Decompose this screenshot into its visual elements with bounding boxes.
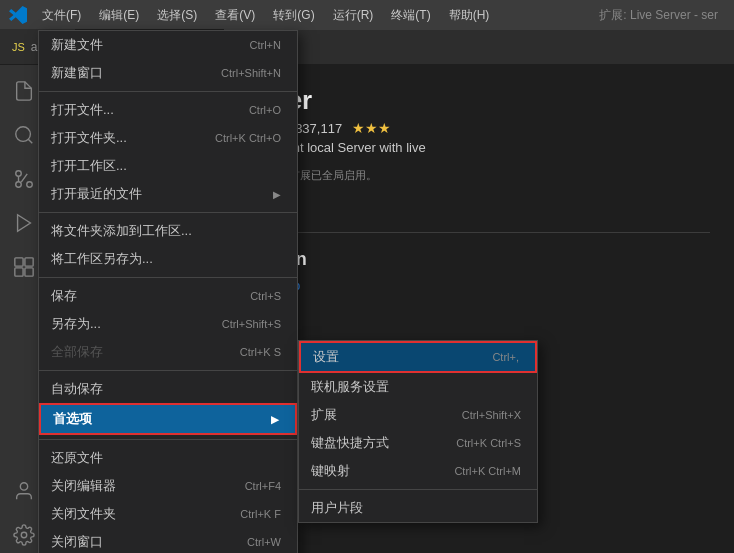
svg-point-4 — [16, 182, 22, 188]
menu-close-window[interactable]: 关闭窗口 Ctrl+W — [39, 528, 297, 553]
menubar: 文件(F) 编辑(E) 选择(S) 查看(V) 转到(G) 运行(R) 终端(T… — [0, 0, 734, 30]
menu-view[interactable]: 查看(V) — [207, 5, 263, 26]
svg-point-11 — [21, 532, 27, 538]
submenu-keyboard-shortcuts[interactable]: 键盘快捷方式 Ctrl+K Ctrl+S — [299, 429, 537, 457]
menu-select[interactable]: 选择(S) — [149, 5, 205, 26]
menu-open-workspace[interactable]: 打开工作区... — [39, 152, 297, 180]
menu-open-file[interactable]: 打开文件... Ctrl+O — [39, 96, 297, 124]
sub-sep-1 — [299, 489, 537, 490]
menu-save-workspace[interactable]: 将工作区另存为... — [39, 245, 297, 273]
search-icon[interactable] — [6, 117, 42, 153]
svg-rect-9 — [25, 268, 33, 276]
menu-save-all[interactable]: 全部保存 Ctrl+K S — [39, 338, 297, 366]
menu-open-folder[interactable]: 打开文件夹... Ctrl+K Ctrl+O — [39, 124, 297, 152]
settings-submenu: 设置 Ctrl+, 联机服务设置 扩展 Ctrl+Shift+X 键盘快捷方式 … — [298, 340, 538, 523]
menu-sep-4 — [39, 370, 297, 371]
submenu-online-services[interactable]: 联机服务设置 — [299, 373, 537, 401]
svg-point-10 — [20, 483, 27, 490]
vscode-logo — [8, 5, 28, 25]
window-title: 扩展: Live Server - ser — [499, 7, 726, 24]
svg-rect-7 — [25, 258, 33, 266]
svg-rect-8 — [15, 268, 23, 276]
menu-sep-2 — [39, 212, 297, 213]
menu-file[interactable]: 文件(F) — [34, 5, 89, 26]
account-icon[interactable] — [6, 473, 42, 509]
menu-terminal[interactable]: 终端(T) — [383, 5, 438, 26]
menu-close-editor[interactable]: 关闭编辑器 Ctrl+F4 — [39, 472, 297, 500]
file-menu-dropdown: 新建文件 Ctrl+N 新建窗口 Ctrl+Shift+N 打开文件... Ct… — [38, 30, 298, 553]
submenu-keymaps[interactable]: 键映射 Ctrl+K Ctrl+M — [299, 457, 537, 485]
svg-point-2 — [27, 182, 33, 188]
settings-icon[interactable] — [6, 517, 42, 553]
menu-sep-5 — [39, 439, 297, 440]
menu-help[interactable]: 帮助(H) — [441, 5, 498, 26]
menu-run[interactable]: 运行(R) — [325, 5, 382, 26]
menu-new-file[interactable]: 新建文件 Ctrl+N — [39, 31, 297, 59]
menu-new-window[interactable]: 新建窗口 Ctrl+Shift+N — [39, 59, 297, 87]
submenu-extensions[interactable]: 扩展 Ctrl+Shift+X — [299, 401, 537, 429]
menu-sep-1 — [39, 91, 297, 92]
menu-revert-file[interactable]: 还原文件 — [39, 444, 297, 472]
extensions-icon[interactable] — [6, 249, 42, 285]
svg-point-0 — [16, 127, 31, 142]
debug-icon[interactable] — [6, 205, 42, 241]
extension-stars: ★★★ — [352, 120, 391, 136]
menu-add-folder[interactable]: 将文件夹添加到工作区... — [39, 217, 297, 245]
js-file-icon: JS — [12, 41, 25, 53]
svg-point-3 — [16, 171, 22, 177]
menu-save[interactable]: 保存 Ctrl+S — [39, 282, 297, 310]
files-icon[interactable] — [6, 73, 42, 109]
menu-goto[interactable]: 转到(G) — [265, 5, 322, 26]
menu-close-folder[interactable]: 关闭文件夹 Ctrl+K F — [39, 500, 297, 528]
submenu-settings[interactable]: 设置 Ctrl+, — [299, 341, 537, 373]
menu-recent[interactable]: 打开最近的文件 ▶ — [39, 180, 297, 208]
menu-autosave[interactable]: 自动保存 — [39, 375, 297, 403]
svg-marker-5 — [18, 215, 31, 232]
menu-preferences[interactable]: 首选项 ▶ — [39, 403, 297, 435]
svg-line-1 — [28, 139, 32, 143]
menu-sep-3 — [39, 277, 297, 278]
svg-rect-6 — [15, 258, 23, 266]
menu-edit[interactable]: 编辑(E) — [91, 5, 147, 26]
source-control-icon[interactable] — [6, 161, 42, 197]
submenu-user-snippets[interactable]: 用户片段 — [299, 494, 537, 522]
menu-save-as[interactable]: 另存为... Ctrl+Shift+S — [39, 310, 297, 338]
